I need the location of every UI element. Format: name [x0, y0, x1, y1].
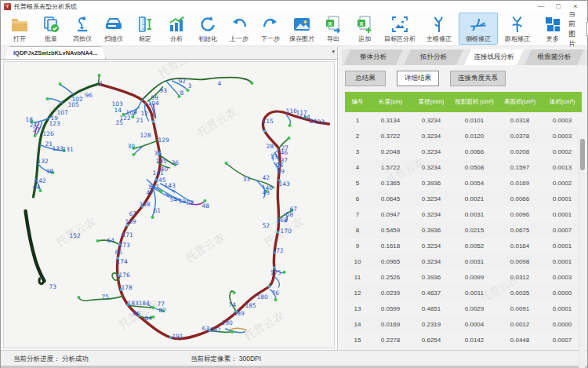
- segment-label: 37: [281, 157, 289, 164]
- segment-label: 23: [318, 118, 325, 126]
- table-row[interactable]: 140.01690.23190.00040.00120.0000: [345, 316, 582, 332]
- segment-label: 131: [63, 146, 74, 153]
- analysis-tab-3[interactable]: 根瘤菌分析: [524, 49, 584, 65]
- root-image-view[interactable]: 托普云农托普云农托普云农托普云农托普云农托普云农托普云农托普云农: [3, 61, 335, 348]
- segment-label: 104: [148, 100, 160, 107]
- segment-label: 63: [202, 325, 210, 332]
- segment-label: 170: [281, 228, 292, 235]
- toolbar-open-button[interactable]: 打开: [4, 13, 35, 45]
- segment-label: 73: [49, 283, 57, 290]
- table-row[interactable]: 70.09470.32340.00310.00960.0001: [345, 206, 582, 222]
- toolbar-save-image-button[interactable]: 保存图片: [286, 13, 318, 45]
- progress-value: 分析成功: [62, 355, 89, 363]
- col-header-4: 表面积(cm²): [497, 92, 543, 112]
- segment-label: 184: [139, 300, 151, 307]
- segment-label: 8: [180, 89, 184, 97]
- batch-icon: [42, 15, 60, 34]
- toolbar-calibrate-button[interactable]: 标定: [129, 13, 161, 45]
- table-row[interactable]: 50.13650.39360.00540.01690.0002: [345, 175, 582, 191]
- segment-label: 27: [33, 126, 41, 133]
- segment-label: 33: [243, 176, 251, 183]
- title-bar: T 托普根系表型分析系统 — □ ×: [1, 1, 587, 12]
- close-button[interactable]: ×: [567, 1, 584, 12]
- table-row[interactable]: 130.05990.48510.00290.00910.0001: [345, 301, 582, 316]
- table-row[interactable]: 30.20480.32340.00660.02080.0002: [345, 144, 582, 159]
- segment-label: 21: [136, 117, 144, 124]
- toolbar-scanner-button[interactable]: 扫描仪: [98, 13, 129, 45]
- app-icon: T: [4, 3, 11, 10]
- minimize-button[interactable]: —: [532, 1, 550, 12]
- table-row[interactable]: 120.02390.46370.00110.00350.0000: [345, 285, 582, 301]
- result-button-0[interactable]: 总结果: [345, 71, 386, 86]
- analysis-tab-1[interactable]: 拓扑分析: [404, 49, 463, 65]
- analysis-tabs: 整体分析拓扑分析连接线段分析根瘤菌分析: [342, 49, 587, 65]
- segment-table: 编号长度(cm)直径(mm)投影面积 (cm²)表面积(cm²)体积(cm³) …: [345, 92, 582, 348]
- segment-label: 173: [119, 242, 131, 249]
- maximize-button[interactable]: □: [550, 1, 567, 12]
- segment-table-wrap: 编号长度(cm)直径(mm)投影面积 (cm²)表面积(cm²)体积(cm³) …: [345, 92, 582, 348]
- toolbar-batch-button[interactable]: 批量: [35, 13, 67, 45]
- toolbar-root-width-fix-button[interactable]: 跟粗修正: [498, 13, 537, 45]
- segment-label: 143: [165, 182, 176, 189]
- segment-label: 174: [117, 258, 129, 265]
- segment-label: 39: [278, 168, 285, 175]
- segment-label: 47: [147, 189, 154, 196]
- toolbar-lateral-root-fix-button[interactable]: 侧根修正: [459, 13, 498, 45]
- app-window: T 托普根系表型分析系统 — □ × 打开批量高拍仪扫描仪标定分析初始化上一步下…: [0, 0, 588, 368]
- segment-label: 54: [170, 196, 178, 203]
- analysis-tab-0[interactable]: 整体分析: [343, 49, 403, 65]
- toolbar-target-area-button[interactable]: 目标区分析: [380, 13, 419, 45]
- segment-label: 126: [43, 130, 55, 137]
- segment-label: 191: [172, 333, 184, 340]
- status-bar: 当前分析进度： 分析成功 当前标定像素： 300DPI: [1, 350, 587, 368]
- tab-overflow-caret-icon[interactable]: ▾: [332, 49, 335, 55]
- segment-label: 64: [107, 237, 115, 244]
- segment-label: 141: [153, 169, 165, 177]
- segment-label: 28: [267, 143, 274, 150]
- table-row[interactable]: 100.09650.32340.00310.00980.0001: [345, 253, 582, 269]
- svg-text:X: X: [359, 20, 364, 27]
- segment-label: 65: [115, 249, 123, 256]
- table-row[interactable]: 20.37220.32340.01200.03780.0003: [345, 128, 582, 144]
- result-button-2[interactable]: 连接角度关系: [450, 71, 506, 86]
- table-row[interactable]: 80.54590.39360.02150.06750.0007: [345, 222, 582, 238]
- table-row[interactable]: 90.16180.32340.00520.01640.0001: [345, 238, 582, 253]
- toolbar-append-button[interactable]: X追加: [349, 13, 380, 45]
- toolbar-more-button[interactable]: 更多: [537, 13, 568, 45]
- toolbar-buttons: 打开批量高拍仪扫描仪标定分析初始化上一步下一步保存图片X导出X追加目标区分析主根…: [4, 13, 568, 45]
- segment-label: 129: [158, 137, 170, 144]
- analyze-icon: [167, 15, 186, 34]
- toolbar-next-step-button[interactable]: 下一步: [255, 13, 286, 45]
- segment-label: 42: [263, 174, 270, 181]
- col-header-5: 体积(cm³): [543, 92, 582, 112]
- folder-icon: [10, 15, 29, 34]
- segment-label: 152: [70, 232, 82, 239]
- table-scrollbar-thumb[interactable]: [580, 139, 585, 170]
- calibration-icon: [136, 15, 154, 34]
- table-row[interactable]: 150.22780.62540.01420.04480.0007: [345, 332, 582, 348]
- table-row[interactable]: 110.25260.39360.00990.03120.0003: [345, 269, 582, 285]
- analysis-tab-2[interactable]: 连接线段分析: [464, 49, 524, 65]
- result-button-1[interactable]: 详细结果: [397, 71, 439, 86]
- segment-label: 169: [125, 218, 137, 225]
- table-row[interactable]: 41.57220.32340.05080.15970.0013: [345, 159, 582, 175]
- segment-label: 93: [160, 87, 168, 94]
- table-row[interactable]: 60.06450.32340.00210.00660.0001: [345, 191, 582, 206]
- toolbar-main-root-fix-button[interactable]: 主根修正: [419, 13, 459, 45]
- toolbar-analyze-button[interactable]: 分析: [161, 13, 192, 45]
- segment-label: 43: [263, 189, 270, 196]
- table-scrollbar[interactable]: [579, 137, 585, 368]
- table-row[interactable]: 10.31340.32340.01010.03180.0003: [345, 112, 582, 128]
- toolbar-export-button[interactable]: X导出: [318, 13, 349, 45]
- image-tab[interactable]: lQDPJxZSwizbKLvNAvbNA4...: [5, 46, 106, 59]
- segment-label: 175: [270, 269, 282, 276]
- col-header-0: 编号: [345, 92, 370, 112]
- toolbar: 打开批量高拍仪扫描仪标定分析初始化上一步下一步保存图片X导出X追加目标区分析主根…: [1, 12, 587, 46]
- segment-label: 3: [188, 82, 192, 89]
- toolbar-doc-camera-button[interactable]: 高拍仪: [67, 13, 98, 45]
- svg-text:X: X: [328, 20, 332, 27]
- segment-label: 13: [270, 153, 278, 160]
- segment-label: 59: [179, 198, 187, 205]
- toolbar-prev-step-button[interactable]: 上一步: [223, 13, 255, 45]
- toolbar-initialize-button[interactable]: 初始化: [192, 13, 223, 45]
